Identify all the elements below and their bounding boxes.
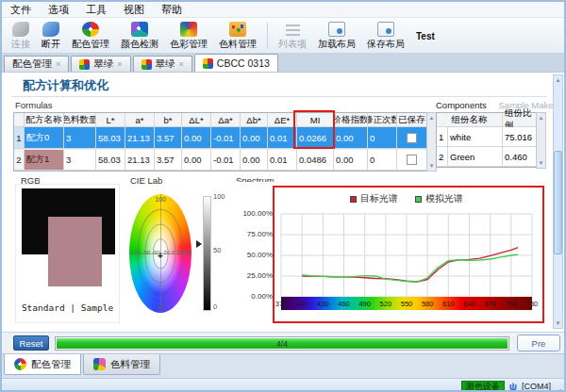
color-match-manage-button[interactable]: 配色管理 xyxy=(66,20,115,52)
sample-color-swatch xyxy=(48,217,102,286)
column-header-fix-count[interactable]: 修正次数 xyxy=(368,113,397,127)
document-icon xyxy=(142,59,152,70)
disconnect-button[interactable]: 断开 xyxy=(36,20,66,52)
table-cell[interactable]: 0.01 xyxy=(268,149,297,171)
document-tab-bar: 配色管理 × 翠绿 × 翠绿 × CBCC 0313 xyxy=(2,54,564,72)
close-icon[interactable]: × xyxy=(117,60,122,69)
row-number[interactable]: 2 xyxy=(14,149,25,171)
column-header-b[interactable]: b* xyxy=(155,113,182,127)
component-ratio-cell[interactable]: 75.016 xyxy=(503,127,537,147)
reset-button[interactable]: Reset xyxy=(13,335,49,351)
test-button[interactable]: Test xyxy=(410,20,441,52)
table-cell[interactable]: 0.00 xyxy=(182,149,211,171)
row-number[interactable]: 1 xyxy=(14,127,25,149)
column-header-db[interactable]: Δb* xyxy=(241,113,268,127)
list-items-button[interactable]: 列表项 xyxy=(273,20,312,52)
table-cell[interactable]: 0.00 xyxy=(182,127,211,149)
table-cell[interactable]: 58.03 xyxy=(96,149,125,171)
color-manage-button[interactable]: 色彩管理 xyxy=(164,20,213,52)
saved-checkbox[interactable] xyxy=(407,133,417,143)
bottom-tab-color-match[interactable]: 配色管理 xyxy=(4,354,81,375)
close-icon[interactable]: × xyxy=(179,60,184,69)
pre-button[interactable]: Pre xyxy=(517,335,560,351)
scroll-up-icon[interactable]: ▲ xyxy=(539,113,544,122)
row-number[interactable]: 2 xyxy=(437,147,448,167)
column-header-component-ratio[interactable]: 组份比例 xyxy=(503,113,537,127)
column-header-count[interactable]: 色料数量 xyxy=(64,113,96,127)
menu-view[interactable]: 视图 xyxy=(115,2,153,18)
color-detect-button[interactable]: 颜色检测 xyxy=(115,20,164,52)
document-icon xyxy=(203,58,213,69)
scroll-up-icon[interactable]: ▲ xyxy=(429,113,435,122)
column-header-component-name[interactable]: 组份名称 xyxy=(437,113,503,127)
components-scrollbar[interactable]: ▲ ▼ xyxy=(536,112,546,169)
row-number[interactable]: 1 xyxy=(437,127,448,147)
table-cell[interactable]: 58.03 xyxy=(96,127,125,149)
mi-value-cell[interactable]: 0.0486 xyxy=(297,149,334,171)
save-layout-button[interactable]: 保存布局 xyxy=(361,20,410,52)
scroll-up-icon[interactable]: ▲ xyxy=(556,75,561,85)
table-cell[interactable]: 0 xyxy=(368,149,397,171)
colorant-manage-button[interactable]: 色料管理 xyxy=(213,20,262,52)
table-cell[interactable]: 0.01 xyxy=(268,127,297,149)
connect-button[interactable]: 连接 xyxy=(6,20,36,52)
lightness-label: 0 xyxy=(213,302,217,311)
table-cell[interactable]: 3.57 xyxy=(155,149,182,171)
column-header-saved[interactable]: 已保存 xyxy=(397,113,427,127)
formula-name-cell[interactable]: 配方0 xyxy=(25,127,64,149)
tab-color-match-manage[interactable]: 配色管理 × xyxy=(4,56,69,72)
menu-options[interactable]: 选项 xyxy=(40,2,77,18)
document-icon xyxy=(79,59,90,70)
table-cell[interactable]: 3 xyxy=(64,149,96,171)
table-cell[interactable]: 0.00 xyxy=(334,127,368,149)
table-cell[interactable]: 0.00 xyxy=(334,149,368,171)
menu-help[interactable]: 帮助 xyxy=(153,2,191,18)
table-cell[interactable]: -0.01 xyxy=(211,127,241,149)
saved-checkbox[interactable] xyxy=(407,155,417,165)
color-wheel-icon xyxy=(14,358,26,370)
x-tick-label: 700 xyxy=(506,300,518,308)
connect-icon xyxy=(12,22,29,37)
column-header xyxy=(14,113,25,127)
divider xyxy=(11,96,547,97)
scrollbar-thumb[interactable] xyxy=(554,151,562,254)
rgb-caption: Standard | Sample xyxy=(16,302,119,313)
menu-file[interactable]: 文件 xyxy=(2,2,40,18)
content-scrollbar[interactable]: ▲ ▼ xyxy=(553,74,563,329)
component-ratio-cell[interactable]: 0.460 xyxy=(503,147,537,167)
column-header-dL[interactable]: ΔL* xyxy=(182,113,211,127)
scroll-down-icon[interactable]: ▼ xyxy=(429,161,435,171)
column-header-L[interactable]: L* xyxy=(96,113,125,127)
component-name-cell[interactable]: white xyxy=(448,127,503,147)
table-cell[interactable]: 3.57 xyxy=(155,127,182,149)
table-cell[interactable]: 0.00 xyxy=(241,149,268,171)
column-header-dE[interactable]: ΔE* xyxy=(268,113,297,127)
tab-cuilv-2[interactable]: 翠绿 × xyxy=(133,56,192,72)
tab-cuilv-1[interactable]: 翠绿 × xyxy=(71,56,130,72)
scroll-down-icon[interactable]: ▼ xyxy=(539,158,544,168)
column-header-name[interactable]: 配方名称 xyxy=(25,113,64,127)
load-layout-button[interactable]: 加载布局 xyxy=(312,20,361,52)
tab-components[interactable]: Components xyxy=(436,100,487,110)
table-cell[interactable]: 0 xyxy=(368,127,397,149)
table-cell[interactable]: 21.13 xyxy=(125,127,155,149)
table-cell[interactable]: 21.13 xyxy=(125,149,155,171)
column-header-price-index[interactable]: 价格指数 xyxy=(334,113,368,127)
lightness-bar xyxy=(203,196,211,311)
scroll-down-icon[interactable]: ▼ xyxy=(556,318,561,328)
column-header-a[interactable]: a* xyxy=(125,113,155,127)
table-cell[interactable]: 3 xyxy=(64,127,96,149)
table-cell[interactable]: -0.01 xyxy=(211,149,241,171)
menu-tools[interactable]: 工具 xyxy=(77,2,115,18)
mi-value-cell[interactable]: 0.0266 xyxy=(297,127,334,149)
bottom-tab-colorant[interactable]: 色料管理 xyxy=(83,354,160,375)
close-icon[interactable]: × xyxy=(56,60,60,69)
tab-cbcc-0313[interactable]: CBCC 0313 xyxy=(194,54,278,72)
column-header-da[interactable]: Δa* xyxy=(211,113,241,127)
formula-name-cell[interactable]: 配方1 xyxy=(25,149,64,171)
column-header-MI[interactable]: MI xyxy=(297,113,334,127)
component-name-cell[interactable]: Green xyxy=(448,147,503,167)
cielab-axis-label: -120 xyxy=(129,304,191,311)
y-tick-label: 0.00% xyxy=(235,292,273,301)
table-cell[interactable]: 0.00 xyxy=(241,127,268,149)
